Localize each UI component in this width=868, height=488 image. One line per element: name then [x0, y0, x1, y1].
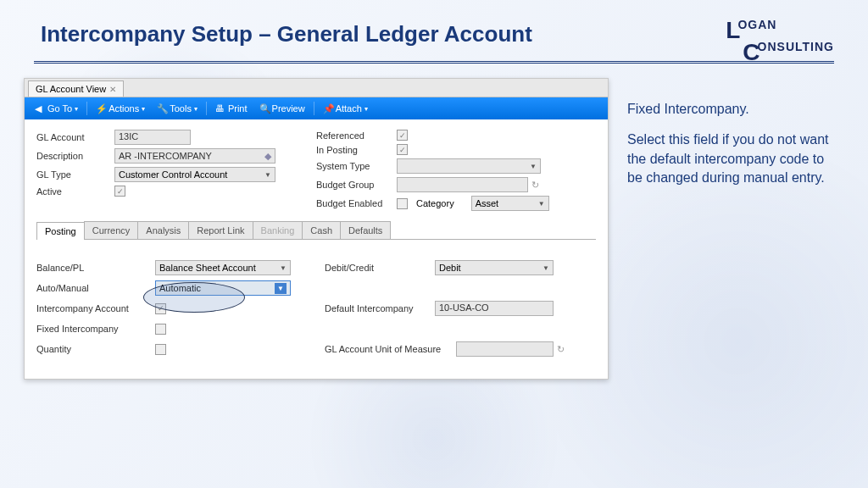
- intercompany-checkbox[interactable]: ✓: [155, 303, 166, 314]
- preview-label: Preview: [272, 103, 305, 114]
- description-value: AR -INTERCOMPANY: [119, 151, 212, 161]
- annotation-body: Select this field if you do not want the…: [627, 130, 831, 187]
- default-intercompany-input[interactable]: 10-USA-CO: [435, 301, 554, 316]
- annotation-heading: Fixed Intercompany.: [627, 100, 831, 119]
- category-value: Asset: [476, 198, 499, 208]
- budget-group-input[interactable]: [397, 177, 528, 192]
- attach-button[interactable]: 📌Attach▾: [318, 101, 373, 116]
- active-label: Active: [36, 186, 114, 197]
- sub-tabs: Posting Currency Analysis Report Link Ba…: [36, 221, 596, 240]
- slide-title: Intercompany Setup – General Ledger Acco…: [41, 21, 532, 47]
- actions-label: Actions: [108, 103, 139, 114]
- fixed-intercompany-checkbox[interactable]: [155, 324, 166, 335]
- chevron-down-icon: ▼: [542, 264, 549, 272]
- refresh-icon[interactable]: ↻: [531, 180, 542, 190]
- preview-button[interactable]: 🔍Preview: [254, 101, 310, 116]
- pin-icon: 📌: [323, 103, 333, 114]
- attach-label: Attach: [336, 103, 362, 114]
- lookup-icon[interactable]: ◆: [264, 151, 271, 162]
- gl-account-window: GL Account View ✕ ◀Go To▾ ⚡Actions▾ 🔧Too…: [24, 78, 609, 380]
- tab-banking: Banking: [253, 221, 303, 239]
- description-input[interactable]: AR -INTERCOMPANY◆: [114, 148, 275, 164]
- budget-enabled-label: Budget Enabled: [316, 198, 397, 208]
- tab-cash[interactable]: Cash: [302, 221, 341, 239]
- gl-type-label: GL Type: [36, 169, 114, 180]
- budget-group-label: Budget Group: [316, 180, 397, 190]
- fixed-intercompany-label: Fixed Intercompany: [36, 324, 155, 334]
- quantity-checkbox[interactable]: [155, 344, 166, 355]
- tools-button[interactable]: 🔧Tools▾: [152, 101, 203, 116]
- toolbar: ◀Go To▾ ⚡Actions▾ 🔧Tools▾ 🖶Print 🔍Previe…: [25, 97, 608, 119]
- chevron-down-icon: ▼: [280, 264, 287, 272]
- balance-pl-value: Balance Sheet Account: [159, 263, 256, 273]
- chevron-down-icon: ▼: [530, 163, 537, 170]
- gl-type-dropdown[interactable]: Customer Control Account▼: [114, 167, 275, 182]
- chevron-down-icon: ▼: [538, 200, 545, 208]
- bolt-icon: ⚡: [96, 103, 106, 114]
- uom-label: GL Account Unit of Measure: [325, 344, 456, 354]
- logo-ogan: OGAN: [737, 18, 776, 31]
- system-type-label: System Type: [316, 161, 397, 171]
- view-tab-gl-account[interactable]: GL Account View ✕: [28, 80, 124, 97]
- print-icon: 🖶: [215, 103, 225, 114]
- gl-type-value: Customer Control Account: [119, 169, 227, 180]
- tab-posting[interactable]: Posting: [36, 222, 85, 240]
- close-icon[interactable]: ✕: [109, 85, 116, 94]
- intercompany-account-label: Intercompany Account: [36, 303, 155, 313]
- budget-enabled-checkbox[interactable]: [397, 198, 408, 209]
- category-label: Category: [416, 198, 454, 208]
- in-posting-checkbox: ✓: [397, 144, 408, 155]
- preview-icon: 🔍: [259, 103, 270, 114]
- debit-credit-label: Debit/Credit: [325, 263, 435, 273]
- print-label: Print: [228, 103, 248, 114]
- balance-pl-label: Balance/PL: [36, 263, 155, 273]
- uom-input[interactable]: [456, 341, 554, 357]
- gl-account-input[interactable]: 13IC: [114, 130, 191, 145]
- print-button[interactable]: 🖶Print: [210, 101, 253, 116]
- annotation-text: Fixed Intercompany. Select this field if…: [627, 100, 831, 200]
- auto-manual-label: Auto/Manual: [36, 283, 155, 293]
- refresh-icon[interactable]: ↻: [557, 344, 567, 354]
- debit-credit-value: Debit: [439, 263, 461, 273]
- view-tab-label: GL Account View: [36, 84, 106, 94]
- debit-credit-dropdown[interactable]: Debit▼: [435, 260, 554, 275]
- auto-manual-value: Automatic: [159, 283, 201, 293]
- system-type-dropdown[interactable]: ▼: [397, 158, 541, 174]
- in-posting-label: In Posting: [316, 145, 397, 155]
- tools-label: Tools: [170, 103, 192, 114]
- referenced-label: Referenced: [316, 130, 397, 141]
- actions-button[interactable]: ⚡Actions▾: [91, 101, 150, 116]
- tab-report-link[interactable]: Report Link: [188, 221, 253, 239]
- chevron-down-icon: ▼: [275, 283, 287, 294]
- default-intercompany-label: Default Intercompany: [325, 303, 435, 313]
- chevron-down-icon: ▼: [264, 171, 271, 179]
- goto-button[interactable]: ◀Go To▾: [30, 101, 83, 116]
- category-dropdown[interactable]: Asset▼: [471, 196, 549, 211]
- gl-account-label: GL Account: [36, 132, 114, 142]
- window-tab-bar: GL Account View ✕: [25, 79, 608, 97]
- tab-currency[interactable]: Currency: [84, 221, 139, 239]
- description-label: Description: [36, 151, 114, 161]
- logo-onsulting: ONSULTING: [758, 40, 834, 53]
- goto-label: Go To: [47, 103, 72, 114]
- auto-manual-dropdown[interactable]: Automatic▼: [155, 280, 291, 296]
- balance-pl-dropdown[interactable]: Balance Sheet Account▼: [155, 260, 291, 275]
- tab-analysis[interactable]: Analysis: [137, 221, 189, 239]
- logo: LOGAN CONSULTING: [726, 17, 834, 66]
- quantity-label: Quantity: [36, 344, 155, 354]
- tab-defaults[interactable]: Defaults: [340, 221, 391, 239]
- title-underline: [34, 61, 834, 64]
- active-checkbox[interactable]: ✓: [114, 186, 125, 197]
- wrench-icon: 🔧: [157, 103, 167, 114]
- arrow-icon: ◀: [35, 103, 45, 114]
- referenced-checkbox: ✓: [397, 130, 408, 141]
